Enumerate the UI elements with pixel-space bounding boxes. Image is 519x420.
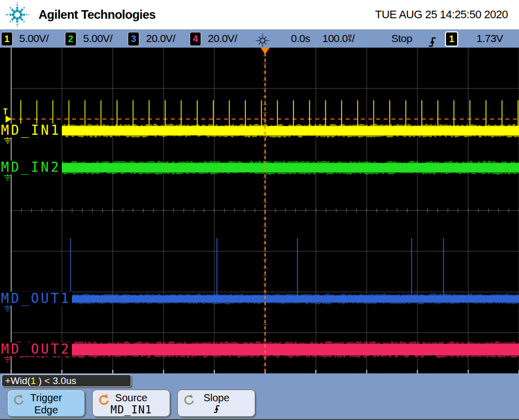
softkey-trigger-value: Edge: [8, 404, 85, 415]
waveform-display: T 1 2 3 4 MD_IN1 MD_IN2 MD_OUT1 MD_OUT2: [0, 48, 519, 373]
knob-icon: [12, 394, 25, 406]
knob-icon: [182, 394, 195, 406]
timebase-value: 100.0: [322, 32, 348, 44]
ch4-badge: 4: [190, 32, 201, 46]
rising-edge-icon: [213, 404, 220, 414]
header-bar: Agilent Technologies TUE AUG 25 14:25:50…: [0, 0, 519, 29]
softkey-trigger[interactable]: Trigger Edge: [7, 390, 85, 417]
ch3-badge: 3: [128, 32, 139, 46]
softkey-slope-value: [178, 404, 255, 415]
status-bar: 1 5.00V/ 2 5.00V/ 3 20.0V/ 4 20.0V/ 0.0s…: [0, 29, 519, 48]
trigger-source-number: 1: [449, 34, 454, 44]
ch3-scale: 20.0V/: [146, 29, 175, 48]
softkey-panel: +Wid(1 ) < 3.0us Trigger Edge Source MD_…: [0, 373, 519, 420]
ch1-scale: 5.00V/: [19, 29, 49, 48]
ch2-scale: 5.00V/: [83, 29, 113, 48]
datetime-display: TUE AUG 25 14:25:50 2020: [375, 0, 508, 29]
acquisition-starburst-icon: [253, 31, 272, 50]
ch4-number: 4: [193, 34, 198, 44]
knob-active-icon: [97, 394, 110, 406]
trigger-source-badge: 1: [445, 31, 458, 47]
trigger-condition-channel: 1: [30, 375, 36, 386]
ch4-trace-label: MD_OUT2: [0, 342, 72, 356]
trigger-condition-prefix: +Wid(: [5, 375, 30, 386]
timebase-unit: us: [348, 33, 351, 42]
run-state: Stop: [391, 29, 412, 48]
ch3-trace-label: MD_OUT1: [0, 292, 72, 306]
trigger-level-readout: 1.73V: [476, 29, 503, 48]
softkey-slope[interactable]: Slope: [177, 390, 255, 417]
trigger-condition-suffix: ) < 3.0us: [36, 375, 77, 386]
softkey-source[interactable]: Source MD_IN1: [92, 390, 170, 417]
ch4-scale: 20.0V/: [208, 29, 237, 48]
ch1-number: 1: [4, 34, 9, 44]
oscilloscope-screen: Agilent Technologies TUE AUG 25 14:25:50…: [0, 0, 519, 420]
svg-text:T: T: [3, 108, 8, 117]
graticule-and-traces: [0, 48, 519, 373]
trigger-condition-readout: +Wid(1 ) < 3.0us: [2, 374, 131, 387]
delay-readout: 0.0s: [291, 29, 310, 48]
ch2-badge: 2: [65, 32, 77, 46]
timebase-readout: 100.0us/: [322, 29, 355, 48]
ch1-badge: 1: [1, 32, 13, 46]
ch3-number: 3: [131, 34, 136, 44]
softkey-source-value: MD_IN1: [93, 404, 170, 415]
ch1-trace-label: MD_IN1: [0, 124, 62, 137]
ch2-trace-label: MD_IN2: [0, 161, 62, 174]
agilent-starburst-logo: [3, 1, 31, 28]
brand-title: Agilent Technologies: [39, 0, 156, 29]
ch2-number: 2: [68, 34, 73, 44]
